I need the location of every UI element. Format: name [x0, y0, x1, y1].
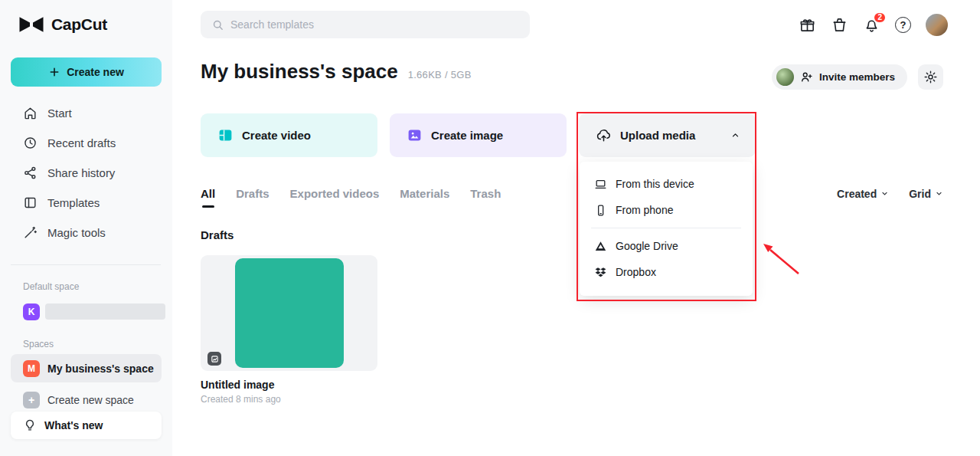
gift-icon: [799, 16, 816, 34]
create-video-button[interactable]: Create video: [201, 113, 377, 157]
page-title: My business's space: [201, 60, 398, 84]
space-avatar: M: [23, 360, 40, 377]
sidebar-nav: Start Recent drafts Share history Templa…: [0, 98, 172, 248]
invite-members-button[interactable]: Invite members: [772, 64, 907, 90]
spaces-label: Spaces: [23, 339, 54, 349]
notification-badge: 2: [873, 11, 887, 24]
upload-media-button[interactable]: Upload media: [579, 113, 756, 157]
tab-trash[interactable]: Trash: [470, 187, 501, 200]
menu-item-from-phone[interactable]: From phone: [580, 197, 753, 223]
sidebar: CapCut Create new Start Recent drafts Sh…: [0, 0, 172, 456]
upload-media-label: Upload media: [620, 129, 695, 142]
gear-icon: [923, 70, 938, 84]
create-new-space-label: Create new space: [47, 394, 134, 406]
clock-icon: [23, 136, 38, 150]
question-icon: ?: [900, 19, 906, 31]
sidebar-item-label: Templates: [47, 196, 100, 209]
library-tabs-row: All Drafts Exported videos Materials Tra…: [201, 187, 943, 200]
tab-drafts[interactable]: Drafts: [236, 187, 269, 200]
annotation-arrow: [758, 239, 805, 279]
device-icon: [594, 178, 607, 191]
magic-wand-icon: [23, 225, 38, 240]
sidebar-item-templates[interactable]: Templates: [0, 188, 172, 218]
share-icon: [23, 166, 38, 180]
image-type-icon: [211, 355, 219, 363]
help-button[interactable]: ?: [895, 17, 911, 33]
menu-item-label: Google Drive: [616, 240, 678, 252]
menu-item-label: Dropbox: [616, 266, 656, 278]
video-editor-icon: [217, 127, 234, 143]
menu-item-label: From this device: [616, 178, 694, 190]
draft-card[interactable]: [201, 255, 377, 371]
search-input[interactable]: [230, 18, 519, 31]
upload-media-menu: From this device From phone Google Drive…: [580, 162, 753, 296]
capcut-logo[interactable]: CapCut: [0, 0, 172, 34]
space-settings-button[interactable]: [918, 64, 943, 90]
main-content: 2 ? My business's space 1.66KB / 5GB Inv…: [172, 0, 980, 456]
sort-dropdown[interactable]: Created: [837, 188, 889, 200]
invite-members-label: Invite members: [819, 71, 895, 83]
library-tabs: All Drafts Exported videos Materials Tra…: [201, 187, 501, 200]
image-icon: [407, 127, 423, 143]
search-icon: [211, 18, 224, 31]
member-avatar: [776, 68, 794, 86]
create-video-label: Create video: [242, 129, 311, 142]
gift-button[interactable]: [799, 16, 816, 34]
sidebar-item-label: Share history: [47, 166, 115, 179]
draft-created-time: Created 8 mins ago: [201, 394, 281, 405]
sidebar-item-label: Start: [47, 107, 72, 120]
tab-all[interactable]: All: [201, 187, 215, 200]
header-actions: Invite members: [772, 64, 943, 90]
sidebar-item-label: Magic tools: [47, 226, 106, 239]
menu-item-dropbox[interactable]: Dropbox: [580, 259, 753, 285]
notifications-button[interactable]: 2: [863, 16, 880, 34]
tab-exported-videos[interactable]: Exported videos: [290, 187, 380, 200]
default-space-label: Default space: [23, 281, 79, 292]
templates-icon: [23, 195, 38, 210]
sidebar-item-recent-drafts[interactable]: Recent drafts: [0, 128, 172, 158]
draft-thumbnail: [235, 258, 344, 368]
menu-item-label: From phone: [616, 204, 673, 216]
default-space-item[interactable]: K: [23, 303, 165, 320]
sidebar-item-start[interactable]: Start: [0, 98, 172, 128]
sidebar-item-share-history[interactable]: Share history: [0, 158, 172, 188]
google-drive-icon: [594, 240, 607, 253]
plus-icon: [48, 66, 60, 78]
user-avatar[interactable]: [926, 14, 948, 36]
list-controls: Created Grid: [837, 188, 943, 200]
space-name: My business's space: [47, 363, 154, 375]
draft-title: Untitled image: [201, 379, 274, 391]
dropbox-icon: [594, 266, 607, 279]
quick-actions: Create video Create image Upload media: [201, 113, 756, 157]
tab-materials[interactable]: Materials: [400, 187, 449, 200]
storage-usage: 1.66KB / 5GB: [408, 69, 472, 80]
sidebar-divider: [11, 264, 161, 265]
orders-button[interactable]: [831, 16, 848, 34]
default-space-name-placeholder: [45, 303, 165, 320]
lightbulb-icon: [23, 418, 37, 432]
capcut-app: CapCut Create new Start Recent drafts Sh…: [0, 0, 980, 456]
plus-avatar-icon: +: [23, 392, 40, 408]
cloud-upload-icon: [596, 127, 612, 143]
sidebar-item-label: Recent drafts: [47, 136, 116, 149]
space-item-my-business[interactable]: M My business's space: [11, 354, 162, 382]
menu-item-from-this-device[interactable]: From this device: [580, 171, 753, 197]
menu-item-google-drive[interactable]: Google Drive: [580, 233, 753, 259]
create-new-space-button[interactable]: + Create new space: [11, 385, 162, 414]
whats-new-label: What's new: [44, 419, 103, 431]
chevron-down-icon: [935, 189, 943, 198]
view-label: Grid: [909, 188, 931, 200]
whats-new-button[interactable]: What's new: [11, 412, 162, 439]
search-bar[interactable]: [201, 11, 530, 38]
capcut-logo-icon: [18, 15, 44, 34]
sidebar-item-magic-tools[interactable]: Magic tools: [0, 218, 172, 248]
person-plus-icon: [800, 71, 813, 84]
chevron-up-icon: [730, 130, 740, 140]
view-dropdown[interactable]: Grid: [909, 188, 943, 200]
image-type-badge: [207, 352, 221, 366]
sort-label: Created: [837, 188, 877, 200]
create-new-button[interactable]: Create new: [11, 57, 162, 87]
drafts-section-title: Drafts: [201, 228, 234, 241]
create-image-button[interactable]: Create image: [390, 113, 567, 157]
create-image-label: Create image: [431, 129, 503, 142]
